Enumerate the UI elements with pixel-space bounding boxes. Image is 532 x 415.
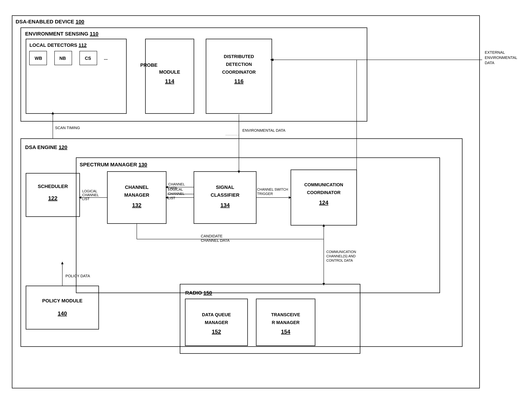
svg-rect-18 bbox=[26, 286, 99, 329]
cs-label: CS bbox=[85, 56, 91, 61]
dqm-label2: MANAGER bbox=[205, 320, 228, 325]
svg-marker-30 bbox=[165, 186, 168, 188]
svg-marker-40 bbox=[323, 283, 325, 286]
svg-rect-4 bbox=[55, 51, 72, 65]
comm-channels-label1: COMMUNICATION bbox=[326, 250, 356, 254]
trx-label1: TRANSCEIVE bbox=[271, 312, 300, 317]
env-data-label: ENVIRONMENTAL DATA bbox=[242, 128, 285, 133]
svg-rect-14 bbox=[26, 173, 80, 217]
channel-switch-label2: TRIGGER bbox=[257, 192, 273, 196]
svg-marker-32 bbox=[289, 196, 291, 199]
comm-coord-label1: COMMUNICATION bbox=[304, 182, 343, 187]
svg-rect-5 bbox=[80, 51, 97, 65]
channel-data-label2: DATA bbox=[168, 186, 177, 190]
wb-label: WB bbox=[35, 56, 42, 61]
ext-env-label2: ENVIRONMENTAL bbox=[485, 55, 517, 60]
scheduler-number: 122 bbox=[48, 195, 57, 201]
ext-env-label1: EXTERNAL bbox=[485, 50, 505, 55]
lcl-label2: CHANNEL bbox=[82, 193, 99, 197]
scheduler-label: SCHEDULER bbox=[38, 184, 68, 189]
channel-switch-label1: CHANNEL SWITCH bbox=[257, 188, 288, 191]
ext-env-label3: DATA bbox=[485, 61, 494, 65]
svg-rect-1 bbox=[21, 28, 367, 121]
svg-marker-36 bbox=[323, 224, 325, 227]
signal-classifier-label1: SIGNAL bbox=[216, 185, 234, 190]
signal-classifier-number: 134 bbox=[220, 202, 230, 208]
comm-coord-number: 124 bbox=[319, 199, 328, 206]
dqm-label1: DATA QUEUE bbox=[202, 312, 231, 317]
comm-channels-label2: CHANNEL(S) AND bbox=[326, 254, 356, 258]
policy-module-label1: POLICY MODULE bbox=[42, 298, 83, 303]
dsa-device-label: DSA-ENABLED DEVICE 100 bbox=[16, 19, 84, 24]
svg-marker-44 bbox=[271, 59, 274, 61]
scan-timing-label: SCAN TIMING bbox=[55, 126, 80, 130]
candidate-channel-label1: CANDIDATE bbox=[201, 234, 223, 238]
candidate-channel-label2: CHANNEL DATA bbox=[201, 238, 229, 243]
svg-rect-8 bbox=[483, 49, 521, 80]
ellipsis-label: ... bbox=[104, 56, 108, 61]
channel-manager-number: 132 bbox=[132, 202, 141, 208]
diagram-container: DSA-ENABLED DEVICE 100 ENVIRONMENT SENSI… bbox=[10, 14, 521, 400]
svg-rect-0 bbox=[12, 16, 480, 388]
ddc-label1: DISTRIBUTED bbox=[224, 54, 254, 59]
svg-marker-38 bbox=[61, 262, 64, 264]
env-sensing-label: ENVIRONMENT SENSING 110 bbox=[25, 31, 98, 37]
ddc-label3: COORDINATOR bbox=[222, 69, 256, 75]
logical-channel-list-label3: LIST bbox=[168, 196, 175, 200]
policy-module-number: 140 bbox=[58, 310, 67, 316]
trx-label2: R MANAGER bbox=[272, 320, 300, 325]
probe-module-label2: MODULE bbox=[159, 69, 180, 75]
svg-rect-2 bbox=[26, 39, 126, 113]
signal-classifier-label2: CLASSIFIER bbox=[211, 192, 239, 198]
lcl-label3: LIST bbox=[82, 197, 89, 201]
svg-marker-23 bbox=[52, 112, 54, 114]
svg-rect-17 bbox=[291, 170, 357, 225]
svg-rect-20 bbox=[185, 299, 247, 346]
svg-marker-25 bbox=[238, 171, 240, 173]
logical-channel-list-label2: CHANNEL bbox=[168, 192, 185, 196]
comm-coord-label2: COORDINATOR bbox=[307, 190, 341, 195]
ddc-label2: DETECTION bbox=[226, 62, 252, 67]
channel-data-label1: CHANNEL bbox=[168, 182, 185, 186]
comm-channels-label3: CONTROL DATA bbox=[326, 258, 353, 262]
nb-label: NB bbox=[59, 56, 66, 61]
probe-module-number: 114 bbox=[165, 78, 174, 84]
trx-number: 154 bbox=[281, 328, 290, 335]
svg-rect-6 bbox=[145, 39, 194, 113]
svg-rect-13 bbox=[76, 158, 440, 293]
spectrum-manager-label: SPECTRUM MANAGER 130 bbox=[80, 162, 147, 167]
ddc-number: 116 bbox=[234, 78, 243, 84]
svg-rect-21 bbox=[256, 299, 315, 346]
logical-channel-list-label: LOGICAL bbox=[168, 188, 183, 191]
svg-rect-7 bbox=[206, 39, 272, 113]
svg-rect-19 bbox=[180, 284, 360, 354]
probe-module-label: PROBE bbox=[140, 62, 158, 68]
radio-label: RADIO 150 bbox=[185, 290, 212, 296]
svg-rect-15 bbox=[107, 172, 166, 224]
policy-data-label: POLICY DATA bbox=[66, 274, 90, 278]
svg-marker-42 bbox=[79, 196, 81, 199]
lcl-label1: LOGICAL bbox=[82, 189, 97, 193]
svg-rect-16 bbox=[194, 172, 256, 224]
local-detectors-label: LOCAL DETECTORS 112 bbox=[29, 42, 86, 48]
channel-manager-label1: CHANNEL bbox=[125, 185, 149, 190]
arrows-svg: DSA-ENABLED DEVICE 100 ENVIRONMENT SENSI… bbox=[10, 14, 521, 400]
dqm-number: 152 bbox=[212, 328, 221, 335]
dsa-engine-label: DSA ENGINE 120 bbox=[25, 144, 67, 150]
channel-manager-label2: MANAGER bbox=[124, 192, 149, 198]
svg-marker-27 bbox=[165, 196, 168, 199]
svg-marker-10 bbox=[270, 59, 273, 61]
svg-rect-12 bbox=[21, 139, 462, 346]
svg-rect-3 bbox=[29, 51, 47, 65]
